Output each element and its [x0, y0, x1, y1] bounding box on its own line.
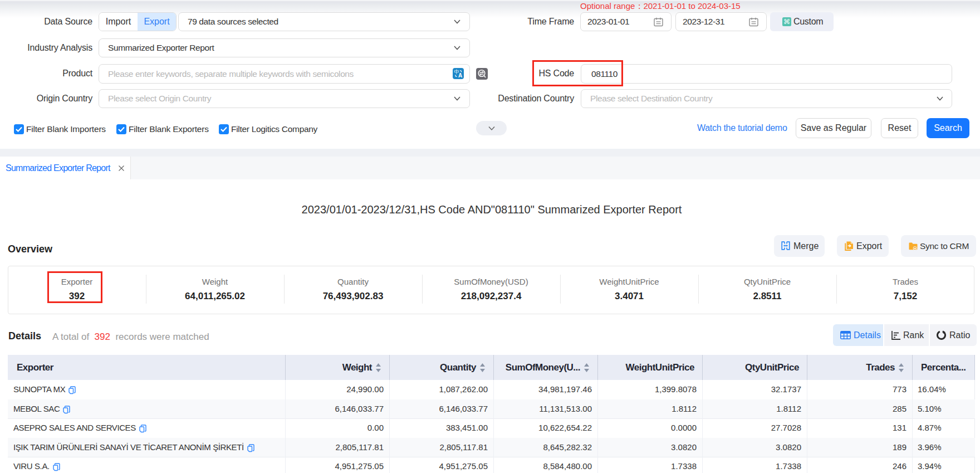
- svg-text:A: A: [458, 72, 462, 79]
